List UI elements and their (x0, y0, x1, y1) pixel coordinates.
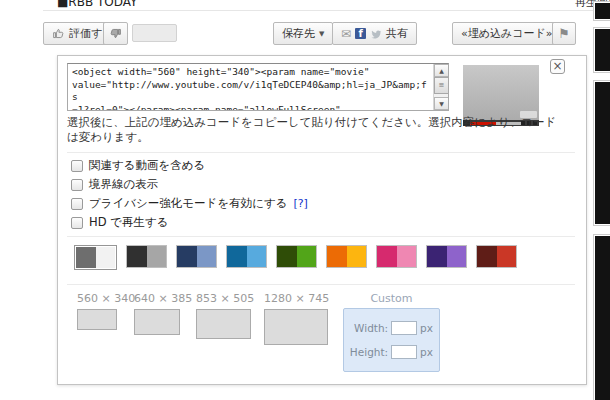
embed-code-text: <object width="560" height="340"><param … (68, 64, 433, 110)
color-swatch-purple[interactable] (426, 245, 467, 268)
include-related-label: 関連する動画を含める (89, 158, 205, 173)
rating-stats-field (132, 24, 177, 42)
mail-icon: ✉ (341, 28, 351, 40)
privacy-mode-checkbox[interactable] (71, 198, 83, 210)
color-swatch-navy[interactable] (176, 245, 217, 268)
related-video-thumbnail[interactable] (593, 80, 610, 226)
custom-width-unit: px (420, 322, 433, 334)
show-border-label: 境界線の表示 (89, 177, 158, 192)
option-row-related-videos: 関連する動画を含める (71, 158, 205, 173)
embed-options-panel: × <object width="560" height="340"><para… (57, 55, 587, 385)
size-option-640-box[interactable] (134, 309, 180, 335)
flag-button[interactable]: ⚑ (552, 22, 576, 45)
share-button[interactable]: ✉ f 共有 (332, 22, 417, 45)
size-option-853-box[interactable] (196, 309, 251, 339)
swatch-light-half (347, 246, 367, 267)
custom-size-panel: Width: px Height: px (343, 308, 440, 372)
swatch-light-half (147, 246, 167, 267)
custom-height-input[interactable] (391, 345, 417, 359)
color-swatch-gray[interactable] (74, 245, 117, 270)
embed-code-button[interactable]: «埋め込みコード» (452, 22, 562, 45)
swatch-dark-half (277, 246, 297, 267)
thumbnail-image (595, 29, 610, 71)
swatch-dark-half (76, 247, 96, 268)
thumbs-down-icon (109, 27, 122, 40)
custom-height-label: Height: (350, 346, 388, 358)
privacy-help-link[interactable]: [?] (293, 197, 307, 210)
thumbs-up-icon (52, 27, 65, 40)
title-divider (43, 10, 597, 11)
size-option-1280-label[interactable]: 1280 × 745 (264, 292, 329, 305)
channel-title[interactable]: ■RBB TODAY (57, 0, 137, 9)
color-swatch-orange[interactable] (326, 245, 367, 268)
custom-height-row: Height: px (350, 345, 433, 359)
chevron-down-icon: ▼ (319, 30, 324, 38)
swatch-light-half (247, 246, 267, 267)
color-swatch-row (74, 245, 517, 270)
close-icon[interactable]: × (550, 59, 565, 74)
section-divider (67, 284, 575, 285)
section-divider (67, 152, 575, 153)
size-option-1280-box[interactable] (264, 309, 328, 345)
swatch-dark-half (227, 246, 247, 267)
play-hd-label: HD で再生する (89, 215, 168, 230)
custom-height-unit: px (420, 346, 433, 358)
section-divider (67, 236, 575, 237)
privacy-mode-label: プライバシー強化モードを有効にする (89, 196, 287, 211)
embed-code-textarea[interactable]: <object width="560" height="340"><param … (67, 63, 449, 111)
custom-width-row: Width: px (354, 321, 433, 335)
option-row-border: 境界線の表示 (71, 177, 158, 192)
swatch-light-half (447, 246, 467, 267)
color-swatch-dark-gray[interactable] (126, 245, 167, 268)
swatch-light-half (96, 247, 116, 268)
swatch-dark-half (377, 246, 397, 267)
save-to-label: 保存先 (282, 26, 315, 41)
save-to-button[interactable]: 保存先 ▼ (273, 22, 333, 45)
embed-instructions: 選択後に、上記の埋め込みコードをコピーして貼り付けてください。選択内容により、コ… (67, 115, 567, 145)
play-hd-checkbox[interactable] (71, 217, 83, 229)
scroll-down-icon[interactable]: ▼ (434, 97, 449, 110)
related-video-thumbnail[interactable] (593, 1, 610, 21)
color-swatch-green[interactable] (276, 245, 317, 268)
scroll-up-icon[interactable]: ▲ (434, 64, 449, 77)
swatch-light-half (197, 246, 217, 267)
show-border-checkbox[interactable] (71, 179, 83, 191)
color-swatch-blue[interactable] (226, 245, 267, 268)
custom-width-input[interactable] (391, 321, 417, 335)
facebook-icon: f (355, 28, 366, 39)
swatch-dark-half (177, 246, 197, 267)
size-option-640-label[interactable]: 640 × 385 (134, 292, 192, 305)
size-option-853-label[interactable]: 853 × 505 (196, 292, 254, 305)
size-option-560-box[interactable] (77, 309, 117, 330)
share-label: 共有 (386, 26, 408, 41)
related-video-thumbnail[interactable] (593, 27, 610, 73)
embed-code-label: «埋め込みコード» (461, 26, 553, 41)
dislike-button[interactable] (103, 22, 128, 45)
scrollbar-thumb[interactable]: ≡ (434, 77, 449, 94)
swatch-dark-half (127, 246, 147, 267)
swatch-dark-half (327, 246, 347, 267)
code-scrollbar[interactable]: ▲ ≡ ▼ (433, 64, 448, 110)
option-row-hd: HD で再生する (71, 215, 168, 230)
swatch-dark-half (427, 246, 447, 267)
option-row-privacy: プライバシー強化モードを有効にする [?] (71, 196, 308, 211)
thumbnail-image (595, 3, 610, 19)
custom-size-title: Custom (343, 292, 440, 305)
thumbnail-image (595, 82, 610, 224)
color-swatch-red[interactable] (476, 245, 517, 268)
related-video-thumbnail[interactable] (593, 234, 610, 400)
swatch-light-half (497, 246, 517, 267)
swatch-light-half (397, 246, 417, 267)
player-preview-screen (463, 65, 539, 120)
swatch-dark-half (477, 246, 497, 267)
size-option-560-label[interactable]: 560 × 340 (77, 292, 135, 305)
include-related-checkbox[interactable] (71, 160, 83, 172)
page: ■RBB TODAY 再生回数 評価する 保存先 ▼ ✉ f 共有 «埋め込みコ… (0, 0, 610, 400)
swatch-light-half (297, 246, 317, 267)
color-swatch-pink[interactable] (376, 245, 417, 268)
custom-width-label: Width: (354, 322, 388, 334)
flag-icon: ⚑ (558, 27, 570, 40)
twitter-icon (370, 28, 382, 40)
thumbnail-image (595, 236, 610, 400)
